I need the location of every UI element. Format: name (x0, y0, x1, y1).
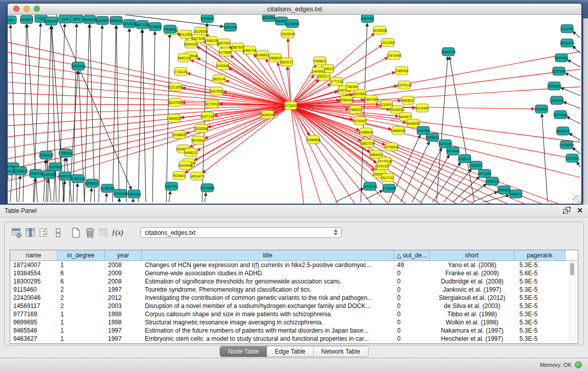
graph-node[interactable]: 5033809 (201, 15, 214, 23)
create-table-icon[interactable] (69, 226, 83, 239)
graph-node[interactable]: 12444191 (550, 96, 564, 104)
table-cell[interactable]: 5.3E-5 (514, 318, 565, 326)
table-cell[interactable]: 0 (394, 302, 430, 310)
table-cell[interactable]: 0 (394, 318, 430, 326)
table-cell[interactable]: 1997 (105, 286, 142, 294)
table-cell[interactable]: 19384554 (10, 269, 57, 277)
graph-node[interactable]: 10653247 (82, 15, 97, 24)
table-cell[interactable]: Investigating the contribution of common… (142, 294, 394, 302)
window-titlebar[interactable]: citations_edges.txt (8, 4, 581, 15)
table-cell[interactable]: 2 (57, 286, 105, 294)
graph-node[interactable]: 9242848 (216, 61, 229, 70)
graph-node[interactable]: 8486160 (110, 16, 123, 25)
table-cell[interactable]: 2012 (105, 294, 142, 302)
table-cell[interactable]: 6 (57, 277, 105, 286)
table-cell[interactable]: Stergiakouli et al. (2012) (430, 294, 514, 302)
graph-node[interactable]: 19218506 (285, 19, 300, 28)
table-cell[interactable]: 9463627 (10, 335, 57, 343)
table-cell[interactable]: 5.3E-5 (514, 286, 565, 294)
tab-node-table[interactable]: Node Table (220, 346, 267, 357)
table-row[interactable]: 946362711997Embryonic stem cells: a mode… (10, 335, 578, 343)
graph-node[interactable]: 10654112 (485, 177, 500, 185)
graph-node[interactable]: 16543392 (184, 40, 199, 48)
table-cell[interactable]: 9777169 (10, 310, 57, 318)
column-header-in_degree[interactable]: in_degree (57, 250, 105, 260)
graph-node[interactable]: 9474444 (446, 147, 460, 155)
graph-node[interactable]: 2087682 (361, 15, 374, 23)
graph-node[interactable]: 1145193 (42, 170, 55, 179)
delete-table-icon[interactable] (83, 226, 97, 239)
table-cell[interactable]: 2008 (105, 261, 142, 269)
table-cell[interactable]: 0 (394, 269, 430, 277)
table-cell[interactable]: 0 (394, 326, 430, 335)
graph-node[interactable]: 18107554 (168, 98, 183, 106)
graph-node[interactable]: 2522742 (381, 173, 394, 182)
graph-node[interactable]: 7532621 (469, 161, 483, 169)
graph-node[interactable]: 2867608 (231, 43, 245, 51)
graph-node[interactable]: 9245652 (497, 186, 511, 194)
graph-node[interactable]: 8215953 (535, 105, 548, 113)
table-cell[interactable]: de Silva et al. (2003) (430, 302, 514, 310)
graph-node[interactable]: 9827504 (217, 39, 231, 47)
graph-node[interactable]: 18807249 (360, 139, 375, 147)
network-canvas[interactable]: 1872400786601288912354182260589827509165… (8, 15, 581, 204)
graph-node[interactable]: 9822037 (280, 58, 293, 66)
graph-node[interactable]: 16151322 (375, 162, 390, 170)
table-cell[interactable]: Hescheler et al. (1997) (430, 335, 514, 343)
table-cell[interactable]: 2009 (105, 269, 142, 277)
table-cell[interactable]: 18300295 (10, 277, 57, 286)
table-cell[interactable]: Changes of HCN gene expression and I(f) … (142, 261, 394, 269)
graph-node[interactable]: 8471676 (478, 169, 491, 178)
table-cell[interactable]: 9465546 (10, 326, 57, 335)
function-builder-icon[interactable]: ƒ(x) (111, 226, 124, 239)
table-cell[interactable]: 1 (57, 310, 105, 318)
column-header-out_de[interactable]: △ out_de... (394, 250, 430, 260)
graph-node[interactable]: 1639 (8, 16, 16, 24)
table-cell[interactable]: 2003 (105, 302, 142, 310)
graph-node[interactable]: 17957223 (71, 174, 85, 183)
graph-node[interactable]: 1444963 (312, 67, 325, 75)
resize-grip-icon[interactable] (573, 195, 581, 203)
graph-node[interactable]: 14914479 (190, 172, 205, 180)
table-cell[interactable]: 5.3E-5 (514, 335, 565, 343)
table-cell[interactable]: Tourette syndrome. Phenomenology and cla… (142, 286, 394, 294)
table-cell[interactable]: Nakamura et al. (1997) (430, 326, 514, 335)
table-cell[interactable]: 0 (394, 310, 430, 318)
graph-node[interactable]: 17359934 (58, 149, 73, 157)
table-cell[interactable]: 1997 (105, 326, 142, 335)
table-cell[interactable]: Estimation of the future numbers of pati… (142, 326, 394, 335)
table-cell[interactable]: 0 (394, 286, 430, 294)
graph-node[interactable]: 20364436 (339, 96, 354, 104)
graph-node[interactable]: 2803144 (212, 75, 226, 83)
table-cell[interactable]: Embryonic stem cells: a model to study s… (142, 335, 394, 343)
graph-node[interactable]: 9777169 (330, 77, 343, 85)
table-cell[interactable]: 1998 (105, 310, 142, 318)
table-cell[interactable]: 0 (394, 294, 430, 302)
graph-node[interactable]: 7955812 (313, 57, 326, 65)
graph-node[interactable]: 16154838 (373, 26, 387, 34)
graph-node[interactable]: 7485063 (395, 67, 408, 75)
table-row[interactable]: 1872400712008Changes of HCN gene express… (10, 261, 578, 269)
graph-node[interactable]: 1112753 (561, 25, 574, 33)
table-cell[interactable]: 9115460 (10, 286, 57, 294)
graph-node[interactable]: 20053346 (71, 62, 86, 70)
graph-node[interactable]: 2405572 (20, 15, 33, 24)
table-row[interactable]: 2242004622012Investigating the contribut… (10, 294, 578, 302)
graph-node[interactable]: 9529966 (555, 54, 568, 62)
column-header-title[interactable]: title (142, 250, 394, 260)
table-cell[interactable]: Genome-wide association studies in ADHD. (142, 269, 394, 277)
graph-node[interactable]: 8878342 (191, 136, 205, 144)
graph-node[interactable]: 7986322 (349, 105, 362, 114)
table-cell[interactable]: 2008 (105, 277, 142, 286)
graph-node[interactable]: 7963822 (163, 25, 177, 33)
scrollbar-thumb[interactable] (570, 263, 574, 275)
table-selector-dropdown[interactable]: citations_edges.txt (140, 227, 342, 238)
graph-node[interactable]: 7957224 (224, 23, 237, 31)
table-cell[interactable]: 14569117 (10, 302, 57, 310)
graph-node[interactable]: 15692971 (556, 127, 571, 135)
graph-node[interactable]: 14136141 (363, 182, 378, 190)
graph-node[interactable]: 20206525 (39, 151, 54, 159)
table-cell[interactable]: 2 (57, 302, 105, 310)
column-header-name[interactable]: name (10, 250, 57, 260)
graph-node[interactable]: 10807487 (364, 95, 379, 103)
